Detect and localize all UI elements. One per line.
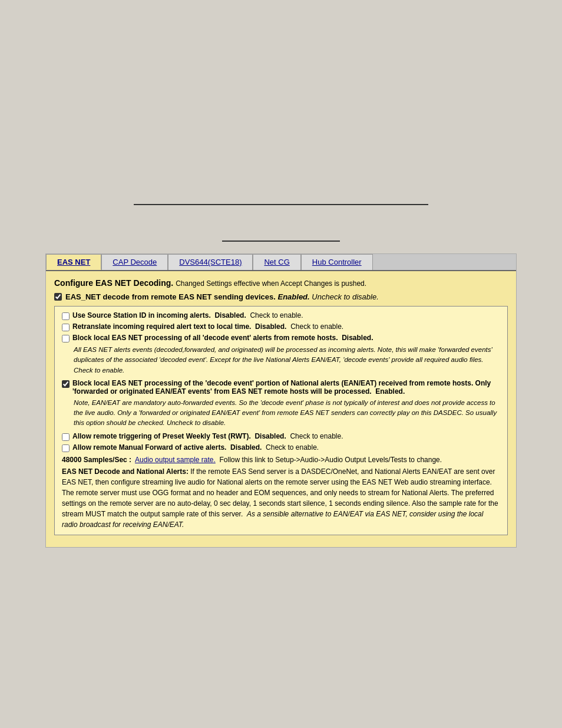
opt1-label: Use Source Station ID in incoming alerts… <box>72 311 211 319</box>
checkbox-opt5[interactable] <box>62 433 70 441</box>
option-row-4: Block local EAS NET processing of the 'd… <box>62 379 500 396</box>
sample-rate-link[interactable]: Audio output sample rate. <box>135 456 216 464</box>
opt6-status: Disabled. <box>230 443 262 452</box>
option-row-2: Retranslate incoming required alert text… <box>62 322 500 331</box>
checkbox-opt6[interactable] <box>62 444 70 452</box>
inner-options-box: Use Source Station ID in incoming alerts… <box>54 306 508 535</box>
opt2-action: Check to enable. <box>290 322 343 331</box>
opt4-status: Enabled. <box>375 387 405 396</box>
option-label-4: Block local EAS NET processing of the 'd… <box>72 379 500 396</box>
opt1-status: Disabled. <box>214 311 246 319</box>
option-row-3: Block local EAS NET processing of all 'd… <box>62 334 500 342</box>
main-uncheck-text: Uncheck to disable. <box>312 292 378 301</box>
checkbox-opt3[interactable] <box>62 335 70 342</box>
checkbox-opt4[interactable] <box>62 380 70 388</box>
option-row-5: Allow remote triggering of Preset Weekly… <box>62 432 500 441</box>
opt1-action: Check to enable. <box>250 311 303 319</box>
opt3-block-text: All EAS NET alerts events (decoded,forwa… <box>74 345 500 375</box>
config-title: Configure EAS NET Decoding. Changed Sett… <box>54 278 508 288</box>
tab-bar: EAS NET CAP Decode DVS644(SCTE18) Net CG… <box>46 254 516 271</box>
main-enabled-text: Enabled. <box>278 292 310 301</box>
main-panel: EAS NET CAP Decode DVS644(SCTE18) Net CG… <box>45 253 517 548</box>
page-wrapper: EAS NET CAP Decode DVS644(SCTE18) Net CG… <box>0 0 562 728</box>
opt2-label: Retranslate incoming required alert text… <box>72 322 251 331</box>
opt3-block-content: All EAS NET alerts events (decoded,forwa… <box>74 346 492 374</box>
option-row-1: Use Source Station ID in incoming alerts… <box>62 311 500 320</box>
opt4-block-text: Note, EAN/EAT are mandatory auto-forward… <box>74 398 500 429</box>
opt3-label: Block local EAS NET processing of all 'd… <box>72 334 338 342</box>
opt6-label: Allow remote Manual Forward of active al… <box>72 443 226 452</box>
top-area <box>0 0 562 253</box>
tab-cap-decode[interactable]: CAP Decode <box>101 254 168 270</box>
opt5-label: Allow remote triggering of Preset Weekly… <box>72 432 251 440</box>
opt4-label: Block local EAS NET processing of the 'd… <box>72 379 491 396</box>
tab-dvs644[interactable]: DVS644(SCTE18) <box>168 254 253 270</box>
option-row-6: Allow remote Manual Forward of active al… <box>62 443 500 452</box>
sample-rate-note: Follow this link to Setup->Audio->Audio … <box>220 456 442 464</box>
sample-rate-row: 48000 Samples/Sec : Audio output sample … <box>62 456 500 464</box>
main-checkbox-row: EAS_NET decode from remote EAS NET sendi… <box>54 292 508 301</box>
opt6-action: Check to enable. <box>266 443 319 452</box>
bottom-area <box>0 548 562 724</box>
main-checkbox-label: EAS_NET decode from remote EAS NET sendi… <box>65 292 276 301</box>
divider-short <box>222 241 340 242</box>
opt4-block-content: Note, EAN/EAT are mandatory auto-forward… <box>74 399 497 427</box>
eas-net-alerts-title: EAS NET Decode and National Alerts: <box>62 467 189 476</box>
option-label-5: Allow remote triggering of Preset Weekly… <box>72 432 343 440</box>
config-subtitle: Changed Settings effective when Accept C… <box>176 279 366 288</box>
eas-net-main-checkbox[interactable] <box>54 293 62 301</box>
opt5-action: Check to enable. <box>290 432 343 440</box>
content-area: Configure EAS NET Decoding. Changed Sett… <box>46 271 516 547</box>
divider-top <box>134 204 428 205</box>
option-label-6: Allow remote Manual Forward of active al… <box>72 443 319 452</box>
option-label-3: Block local EAS NET processing of all 'd… <box>72 334 373 342</box>
tab-net-cg[interactable]: Net CG <box>253 254 300 270</box>
checkbox-opt1[interactable] <box>62 312 70 320</box>
option-label-1: Use Source Station ID in incoming alerts… <box>72 311 303 319</box>
sample-rate-prefix: 48000 Samples/Sec : <box>62 456 131 464</box>
opt5-status: Disabled. <box>254 432 286 440</box>
eas-net-alerts: EAS NET Decode and National Alerts: If t… <box>62 466 500 530</box>
tab-hub-controller[interactable]: Hub Controller <box>301 254 373 270</box>
checkbox-opt2[interactable] <box>62 324 70 331</box>
tab-spacer <box>373 254 516 270</box>
opt3-status: Disabled. <box>342 334 373 342</box>
opt2-status: Disabled. <box>255 322 286 331</box>
option-label-2: Retranslate incoming required alert text… <box>72 322 343 331</box>
config-title-bold: Configure EAS NET Decoding. <box>54 278 173 288</box>
tab-eas-net[interactable]: EAS NET <box>46 254 101 270</box>
